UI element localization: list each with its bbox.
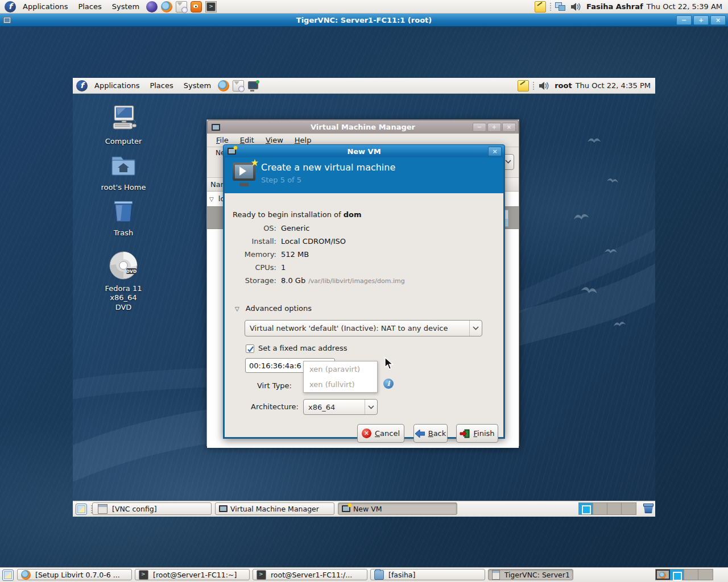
newvm-titlebar[interactable]: New VM × (223, 144, 505, 157)
folder-task-icon (374, 570, 384, 580)
fixed-mac-label[interactable]: Set a fixed mac address (258, 344, 347, 352)
desktop-icon-trash[interactable]: Trash (92, 198, 155, 238)
newvm-dialog: New VM × Create a new virtual machine St… (223, 144, 505, 439)
host-menu-system[interactable]: System (107, 2, 144, 11)
back-button[interactable]: Back (413, 424, 448, 443)
finish-button[interactable]: Finish (456, 424, 498, 443)
notification-note-icon[interactable] (535, 1, 546, 13)
workspace-2[interactable] (670, 569, 684, 580)
vmm-titlebar[interactable]: Virtual Machine Manager − + × (207, 120, 519, 134)
chevron-down-icon (365, 400, 377, 414)
workspace-4[interactable] (622, 503, 636, 514)
vmm-minimize-button[interactable]: − (473, 123, 486, 132)
chevron-down-icon (469, 321, 482, 336)
package-updater-icon[interactable] (191, 1, 202, 13)
window-task-icon (492, 570, 500, 580)
terminal-launcher-icon[interactable] (205, 1, 217, 13)
guest-task-vnc-config[interactable]: [VNC config] (92, 502, 212, 515)
finish-icon (460, 429, 470, 438)
tray-separator (550, 3, 551, 11)
vnc-minimize-button[interactable]: − (676, 15, 692, 25)
guest-trash-applet-icon[interactable] (643, 502, 654, 514)
vmm-menu-edit[interactable]: Edit (234, 136, 260, 144)
architecture-label: Architecture: (233, 402, 299, 411)
network-select[interactable]: Virtual network 'default' (Inactive): NA… (245, 320, 482, 336)
host-menu-applications[interactable]: Applications (18, 2, 73, 11)
firefox-launcher-icon[interactable] (161, 1, 172, 13)
guest-notification-note-icon[interactable] (518, 80, 529, 92)
desktop-icon-dvd[interactable]: DVD Fedora 11 x86_64DVD (92, 250, 155, 312)
host-task-fasiha-folder[interactable]: [fasiha] (370, 569, 485, 580)
host-clock[interactable]: Thu Oct 22, 5:39 AM (647, 2, 722, 11)
vmm-menu-view[interactable]: View (260, 136, 289, 144)
guest-volume-icon[interactable] (538, 80, 549, 92)
guest-fedora-menu-icon[interactable]: f (76, 80, 88, 92)
fixed-mac-checkbox[interactable] (246, 344, 254, 353)
chevron-down-icon (505, 160, 511, 164)
guest-task-vmm[interactable]: Virtual Machine Manager (215, 502, 334, 515)
vm-name: dom (344, 210, 362, 219)
vmm-menu-help[interactable]: Help (289, 136, 317, 144)
bird-silhouettes (573, 139, 626, 327)
guest-email-launcher-icon[interactable] (233, 80, 244, 92)
desktop-icon-home[interactable]: root's Home (92, 152, 155, 192)
email-launcher-icon[interactable] (176, 1, 187, 13)
dvd-disc-icon: DVD (108, 250, 139, 281)
guest-menu-places[interactable]: Places (144, 81, 178, 90)
workspace-3[interactable] (684, 569, 698, 580)
guest-clock[interactable]: Thu Oct 22, 4:35 PM (576, 81, 651, 90)
host-task-terminal-home[interactable]: [root@Server1-FC11:~] (135, 569, 250, 580)
advanced-options-expander[interactable]: ▽ Advanced options (235, 304, 312, 313)
workspace-4[interactable] (698, 569, 713, 580)
expander-icon[interactable]: ▽ (209, 196, 214, 202)
volume-icon[interactable] (570, 1, 581, 13)
guest-firefox-launcher-icon[interactable] (218, 80, 229, 92)
vnc-maximize-button[interactable]: + (693, 15, 709, 25)
workspace-2[interactable] (593, 503, 607, 514)
vmm-close-button[interactable]: × (502, 123, 516, 132)
virt-option-fullvirt[interactable]: xen (fullvirt) (304, 377, 377, 392)
host-task-tigervnc[interactable]: TigerVNC: Server1-FC... (488, 569, 573, 580)
guest-menu-system[interactable]: System (179, 81, 216, 90)
host-task-terminal-root[interactable]: root@Server1-FC11:/... (253, 569, 367, 580)
guest-username[interactable]: root (555, 81, 572, 90)
fedora-menu-icon[interactable]: f (5, 1, 16, 13)
guest-show-desktop-icon[interactable] (76, 504, 87, 515)
vnc-close-button[interactable]: × (710, 15, 726, 25)
workspace-1[interactable] (656, 569, 670, 580)
host-top-panel: f Applications Places System Fasiha Ashr… (0, 0, 728, 14)
vmm-menu-file[interactable]: File (210, 136, 234, 144)
desktop-icon-computer[interactable]: Computer (92, 104, 155, 146)
workspace-3[interactable] (607, 503, 622, 514)
info-icon[interactable]: i (383, 379, 394, 389)
back-arrow-icon (415, 430, 425, 438)
wizard-title: Create a new virtual machine (261, 162, 395, 173)
host-username[interactable]: Fasiha Ashraf (586, 2, 643, 11)
workspace-1[interactable] (579, 503, 593, 514)
mouse-cursor (384, 357, 395, 371)
newvm-close-button[interactable]: × (488, 147, 502, 156)
guest-task-newvm[interactable]: New VM (338, 502, 457, 515)
vnc-window-titlebar[interactable]: TigerVNC: Server1-FC11:1 (root) − + × (0, 14, 728, 27)
wizard-step: Step 5 of 5 (261, 176, 301, 184)
host-task-setup-libvirt[interactable]: [Setup Libvirt 0.7.0-6 ... (17, 569, 132, 580)
host-menu-places[interactable]: Places (73, 2, 106, 11)
desktop-icon-label: Trash (92, 228, 155, 238)
cancel-button[interactable]: ✕ Cancel (357, 424, 404, 443)
cancel-icon: ✕ (362, 429, 371, 438)
trash-icon (109, 198, 138, 225)
computer-icon (109, 104, 138, 134)
network-monitor-icon[interactable] (555, 1, 566, 13)
vmm-maximize-button[interactable]: + (487, 123, 501, 132)
host-show-desktop-icon[interactable] (2, 569, 14, 581)
guest-workspace-switcher[interactable] (578, 502, 636, 515)
expander-icon: ▽ (235, 306, 239, 312)
virt-option-paravirt[interactable]: xen (paravirt) (304, 361, 377, 377)
guest-remote-viewer-icon[interactable] (247, 80, 259, 92)
host-workspace-switcher[interactable] (655, 569, 713, 580)
desktop-icon-label: Computer (92, 137, 155, 146)
eclipse-launcher-icon[interactable] (146, 1, 158, 13)
architecture-select[interactable]: x86_64 (303, 399, 378, 415)
guest-menu-applications[interactable]: Applications (89, 81, 144, 90)
guest-tray-separator (533, 82, 534, 90)
